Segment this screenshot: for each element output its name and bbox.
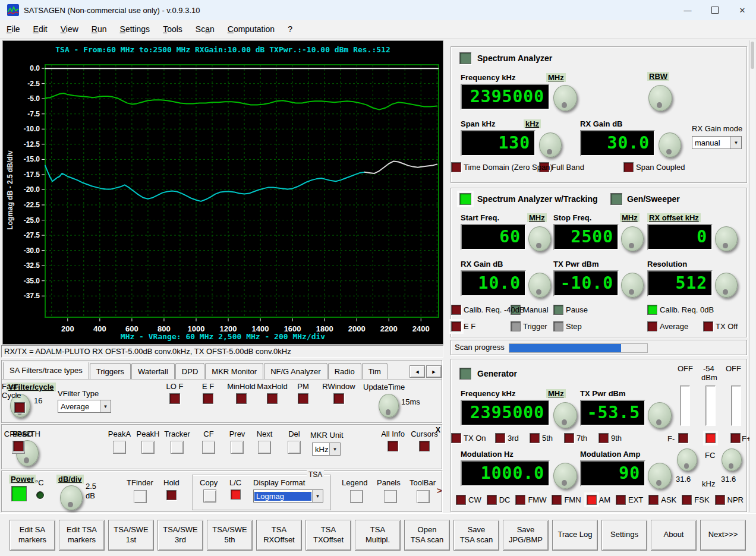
sa-frequency-unit-button[interactable]: MHz [546, 73, 566, 82]
tab[interactable]: Tim [362, 363, 388, 379]
gen-frequency-unit-button[interactable]: MHz [546, 389, 566, 398]
stop-freq-knob[interactable] [621, 226, 644, 251]
filter-checkbox[interactable] [203, 393, 213, 404]
mod-mode-checkbox[interactable] [552, 495, 562, 505]
fc-checkbox[interactable] [705, 433, 716, 443]
mkr-unit-dropdown[interactable]: kHz▼ [312, 443, 341, 456]
mod-mode-checkbox[interactable] [487, 495, 497, 505]
rx-offset-label[interactable]: RX offset kHz [647, 213, 701, 222]
tab[interactable]: Triggers [90, 363, 131, 379]
toolbar-button[interactable] [417, 490, 430, 503]
mod-hz-knob[interactable] [553, 463, 577, 489]
gen-tx-pwr-knob[interactable] [648, 402, 672, 428]
harmonic-checkbox[interactable] [530, 433, 540, 443]
tab[interactable]: MKR Monitor [205, 363, 263, 379]
vertical-scrollbar[interactable] [749, 40, 755, 512]
generator-enable-checkbox[interactable] [459, 368, 471, 380]
mod-mode-checkbox[interactable] [515, 495, 525, 505]
update-time-knob[interactable] [379, 394, 399, 418]
toolbar-button[interactable]: Edit SA markers [10, 520, 55, 551]
f-minus-checkbox[interactable] [678, 433, 688, 443]
start-freq-knob[interactable] [528, 226, 551, 251]
menu-item[interactable]: Run [85, 22, 114, 36]
menu-item[interactable]: Computation [221, 22, 281, 36]
toolbar-button[interactable]: Open TSA scan [404, 520, 450, 551]
level-meter-mid[interactable] [705, 386, 716, 426]
display-format-dropdown[interactable]: Logmag▼ [253, 489, 323, 503]
sa-rbw-knob[interactable] [648, 85, 672, 111]
resolution-knob[interactable] [715, 273, 738, 298]
sa-rx-gain-mode-dropdown[interactable]: manual▼ [692, 136, 742, 149]
dbdiv-label[interactable]: dB/div [56, 475, 84, 484]
maximize-button[interactable] [701, 0, 729, 20]
sa-frequency-knob[interactable] [553, 85, 577, 111]
start-freq-unit-button[interactable]: MHz [527, 213, 547, 222]
tracking-checkbox[interactable] [553, 321, 563, 331]
toolbar-button[interactable]: TSA RXOffset [256, 520, 302, 551]
power-button[interactable] [11, 486, 27, 501]
legend-button[interactable] [350, 490, 363, 503]
fc-right-knob[interactable] [722, 448, 742, 471]
tfinder-button[interactable] [134, 490, 147, 503]
mod-mode-checkbox[interactable] [715, 495, 725, 505]
tab-scroll-right-button[interactable]: ► [426, 365, 442, 378]
vfilter-type-dropdown[interactable]: Average▼ [58, 400, 111, 413]
filter-checkbox[interactable] [169, 393, 180, 404]
sa-rx-gain-knob[interactable] [659, 132, 681, 157]
f-plus-checkbox[interactable] [730, 433, 741, 443]
copy-button[interactable] [203, 489, 216, 503]
toolbar-button[interactable]: TSA/SWE 5th [207, 520, 253, 551]
marker-checkbox[interactable] [388, 441, 398, 451]
toolbar-button[interactable]: Save TSA scan [453, 520, 499, 551]
menu-item[interactable]: View [54, 22, 85, 36]
sa-checkbox[interactable] [623, 162, 634, 172]
toolbar-button[interactable]: About [651, 520, 697, 551]
mod-mode-checkbox[interactable] [456, 495, 466, 505]
panel-close-button[interactable]: X [436, 426, 440, 434]
sa-span-knob[interactable] [539, 132, 562, 157]
mod-mode-checkbox[interactable] [587, 495, 597, 505]
tracking-checkbox[interactable] [451, 321, 461, 331]
toolbar-button[interactable]: Settings [601, 520, 647, 551]
level-meter-right[interactable] [731, 386, 741, 426]
expand-arrow-icon[interactable]: > [437, 485, 442, 495]
mod-mode-checkbox[interactable] [682, 495, 692, 505]
dbdiv-knob[interactable] [60, 485, 83, 510]
tracking-checkbox[interactable] [553, 305, 563, 315]
toolbar-button[interactable]: Save JPG/BMP [503, 520, 549, 551]
gen-frequency-knob[interactable] [553, 402, 577, 428]
menu-item[interactable]: ? [281, 22, 299, 36]
filter-checkbox[interactable] [14, 402, 25, 413]
toolbar-button[interactable]: Edit TSA markers [59, 520, 105, 551]
harmonic-checkbox[interactable] [495, 433, 505, 443]
tracking-checkbox[interactable] [647, 305, 657, 315]
marker-button[interactable] [113, 441, 126, 454]
spectrum-analyzer-enable-checkbox[interactable] [459, 52, 471, 64]
tracking-checkbox[interactable] [451, 305, 461, 315]
menu-item[interactable]: Tools [156, 22, 189, 36]
menu-item[interactable]: Edit [27, 22, 54, 36]
toolbar-button[interactable]: TSA/SWE 3rd [158, 520, 203, 551]
hold-checkbox[interactable] [166, 490, 177, 500]
tab[interactable]: SA Filters/trace types [3, 362, 89, 379]
tab-scroll-left-button[interactable]: ◄ [410, 365, 425, 378]
tracking-enable-checkbox[interactable] [459, 193, 471, 205]
tab[interactable]: Waterfall [131, 363, 175, 379]
trk-rx-gain-knob[interactable] [528, 273, 551, 298]
tsa-plot[interactable]: 2004006008001000120014001600180020002200… [3, 41, 443, 344]
toolbar-button[interactable]: TSA/SWE 1st [108, 520, 154, 551]
tracking-checkbox[interactable] [511, 321, 521, 331]
power-label[interactable]: Power [9, 475, 36, 484]
menu-item[interactable]: Scan [189, 22, 221, 36]
filter-checkbox[interactable] [236, 393, 247, 404]
trk-tx-pwr-knob[interactable] [621, 273, 644, 298]
marker-button[interactable] [288, 441, 301, 454]
menu-item[interactable]: File [0, 22, 27, 36]
mod-amp-knob[interactable] [648, 463, 672, 489]
marker-button[interactable] [231, 441, 244, 454]
tab[interactable]: DPD [175, 363, 204, 379]
marker-checkbox[interactable] [13, 441, 24, 451]
tracking-checkbox[interactable] [703, 321, 713, 331]
sa-span-unit-button[interactable]: kHz [524, 119, 541, 128]
mod-mode-checkbox[interactable] [616, 495, 626, 505]
